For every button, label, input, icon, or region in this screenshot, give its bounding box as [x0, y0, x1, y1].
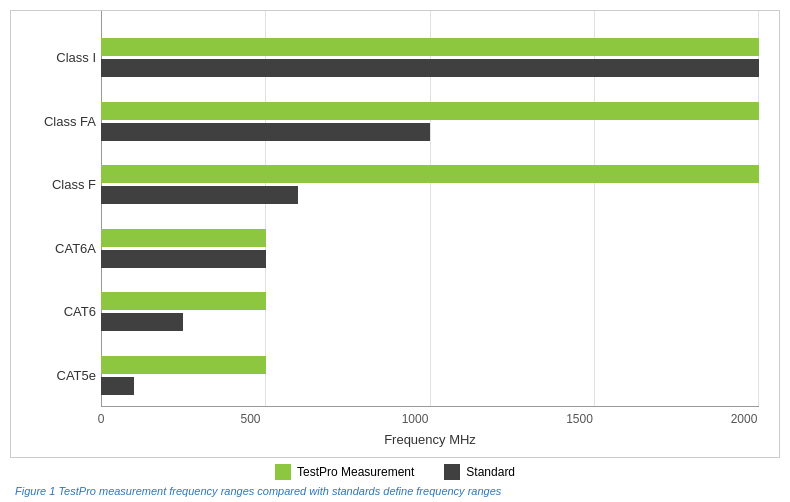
bars-group — [101, 159, 759, 211]
bar-row: Class I — [101, 32, 759, 84]
bar-green — [101, 292, 266, 310]
bars-group — [101, 222, 759, 274]
bar-dark — [101, 313, 183, 331]
legend-item-green: TestPro Measurement — [275, 464, 414, 480]
x-axis-label: Frequency MHz — [101, 432, 759, 447]
bar-label: Class F — [16, 177, 96, 192]
x-ticks: 0500100015002000 — [101, 407, 759, 427]
bar-green — [101, 229, 266, 247]
bar-label: CAT5e — [16, 368, 96, 383]
bars-group — [101, 349, 759, 401]
legend-item-dark: Standard — [444, 464, 515, 480]
bar-row: CAT5e — [101, 349, 759, 401]
legend-label-green: TestPro Measurement — [297, 465, 414, 479]
bar-row: Class F — [101, 159, 759, 211]
legend-swatch-dark — [444, 464, 460, 480]
figure-caption: Figure 1 TestPro measurement frequency r… — [10, 482, 780, 497]
bars-group — [101, 32, 759, 84]
bars-group — [101, 95, 759, 147]
bar-green — [101, 102, 759, 120]
bar-dark — [101, 59, 759, 77]
bar-label: CAT6A — [16, 241, 96, 256]
x-tick-label: 500 — [236, 412, 266, 426]
bar-dark — [101, 123, 430, 141]
x-tick-label: 1500 — [565, 412, 595, 426]
bars-area: Class IClass FAClass FCAT6ACAT6CAT5e — [101, 26, 759, 407]
bar-row: Class FA — [101, 95, 759, 147]
x-tick-label: 1000 — [400, 412, 430, 426]
bar-dark — [101, 186, 298, 204]
bars-group — [101, 286, 759, 338]
legend-swatch-green — [275, 464, 291, 480]
bar-label: Class I — [16, 50, 96, 65]
bar-green — [101, 165, 759, 183]
chart-area: Class IClass FAClass FCAT6ACAT6CAT5e 050… — [10, 10, 780, 458]
bar-green — [101, 356, 266, 374]
bar-row: CAT6 — [101, 286, 759, 338]
x-tick-label: 2000 — [729, 412, 759, 426]
legend-label-dark: Standard — [466, 465, 515, 479]
legend: TestPro Measurement Standard — [10, 458, 780, 482]
x-axis: 0500100015002000 Frequency MHz — [101, 407, 759, 457]
chart-container: Class IClass FAClass FCAT6ACAT6CAT5e 050… — [0, 0, 790, 502]
bar-label: CAT6 — [16, 304, 96, 319]
bar-dark — [101, 377, 134, 395]
bar-dark — [101, 250, 266, 268]
bar-green — [101, 38, 759, 56]
bar-row: CAT6A — [101, 222, 759, 274]
bar-label: Class FA — [16, 114, 96, 129]
x-tick-label: 0 — [86, 412, 116, 426]
